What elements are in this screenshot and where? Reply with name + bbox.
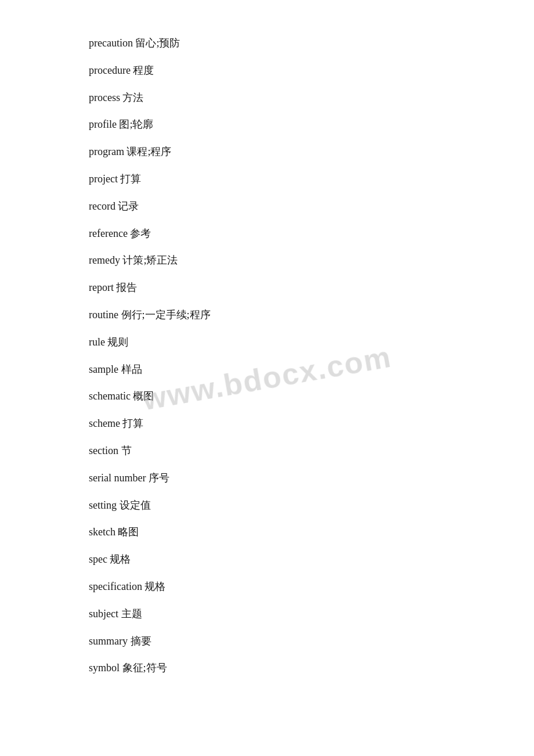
vocab-item-9: report 报告 <box>89 279 445 296</box>
vocab-en-7: reference <box>89 228 130 239</box>
vocab-zh-5: 打算 <box>120 173 141 185</box>
vocab-en-12: sample <box>89 363 121 375</box>
vocab-zh-19: 规格 <box>110 553 131 565</box>
vocab-zh-9: 报告 <box>116 282 137 293</box>
vocab-item-7: reference 参考 <box>89 225 445 242</box>
vocab-item-12: sample 样品 <box>89 361 445 378</box>
vocab-item-6: record 记录 <box>89 198 445 215</box>
vocab-en-13: schematic <box>89 390 133 402</box>
vocab-zh-18: 略图 <box>118 526 139 538</box>
vocab-item-14: scheme 打算 <box>89 415 445 432</box>
vocab-item-13: schematic 概图 <box>89 388 445 405</box>
vocab-en-0: precaution <box>89 37 135 49</box>
vocab-zh-0: 留心;预防 <box>135 37 180 49</box>
vocab-en-19: spec <box>89 553 110 565</box>
vocab-item-23: symbol 象征;符号 <box>89 660 445 676</box>
vocab-zh-16: 序号 <box>149 472 169 484</box>
vocab-zh-20: 规格 <box>145 581 165 592</box>
vocab-en-11: rule <box>89 336 107 348</box>
vocab-en-9: report <box>89 282 116 293</box>
vocab-item-21: subject 主题 <box>89 606 445 622</box>
vocab-zh-10: 例行;一定手续;程序 <box>121 309 211 321</box>
vocab-zh-12: 样品 <box>121 363 142 375</box>
vocab-item-16: serial number 序号 <box>89 470 445 487</box>
vocab-zh-2: 方法 <box>122 92 143 103</box>
vocab-item-3: profile 图;轮廓 <box>89 116 445 133</box>
vocab-item-0: precaution 留心;预防 <box>89 35 445 52</box>
vocab-zh-11: 规则 <box>107 336 128 348</box>
vocab-en-2: process <box>89 92 122 103</box>
vocab-en-22: summary <box>89 635 131 647</box>
vocab-zh-21: 主题 <box>121 608 142 620</box>
vocab-item-10: routine 例行;一定手续;程序 <box>89 307 445 323</box>
vocab-zh-14: 打算 <box>122 417 143 429</box>
vocab-item-17: setting 设定值 <box>89 497 445 514</box>
vocab-item-15: section 节 <box>89 442 445 459</box>
vocab-en-23: symbol <box>89 662 122 674</box>
main-content: precaution 留心;预防procedure 程度process 方法pr… <box>0 0 534 722</box>
vocab-en-5: project <box>89 173 120 185</box>
vocab-en-10: routine <box>89 309 121 321</box>
vocab-zh-13: 概图 <box>133 390 154 402</box>
vocab-zh-6: 记录 <box>118 200 139 212</box>
vocab-en-14: scheme <box>89 417 122 429</box>
vocab-item-4: program 课程;程序 <box>89 143 445 160</box>
vocab-item-2: process 方法 <box>89 89 445 106</box>
vocab-zh-8: 计策;矫正法 <box>122 254 178 266</box>
vocab-zh-3: 图;轮廓 <box>119 118 153 130</box>
vocab-item-11: rule 规则 <box>89 334 445 351</box>
vocab-en-6: record <box>89 200 118 212</box>
vocab-zh-4: 课程;程序 <box>127 146 171 157</box>
vocab-item-1: procedure 程度 <box>89 62 445 79</box>
vocab-item-5: project 打算 <box>89 171 445 188</box>
vocabulary-list: precaution 留心;预防procedure 程度process 方法pr… <box>89 35 445 676</box>
vocab-en-21: subject <box>89 608 121 620</box>
vocab-item-18: sketch 略图 <box>89 524 445 541</box>
vocab-zh-17: 设定值 <box>120 499 151 511</box>
vocab-zh-22: 摘要 <box>131 635 151 647</box>
vocab-zh-7: 参考 <box>130 228 151 239</box>
vocab-en-3: profile <box>89 118 119 130</box>
vocab-en-8: remedy <box>89 254 122 266</box>
vocab-item-20: specification 规格 <box>89 578 445 595</box>
vocab-en-17: setting <box>89 499 120 511</box>
vocab-zh-1: 程度 <box>133 64 154 76</box>
vocab-zh-23: 象征;符号 <box>122 662 167 674</box>
vocab-en-1: procedure <box>89 64 133 76</box>
vocab-item-8: remedy 计策;矫正法 <box>89 252 445 269</box>
vocab-en-4: program <box>89 146 127 157</box>
vocab-en-16: serial number <box>89 472 149 484</box>
vocab-item-19: spec 规格 <box>89 551 445 568</box>
vocab-en-20: specification <box>89 581 145 592</box>
vocab-en-18: sketch <box>89 526 118 538</box>
vocab-zh-15: 节 <box>121 445 132 456</box>
vocab-en-15: section <box>89 445 121 456</box>
vocab-item-22: summary 摘要 <box>89 633 445 650</box>
